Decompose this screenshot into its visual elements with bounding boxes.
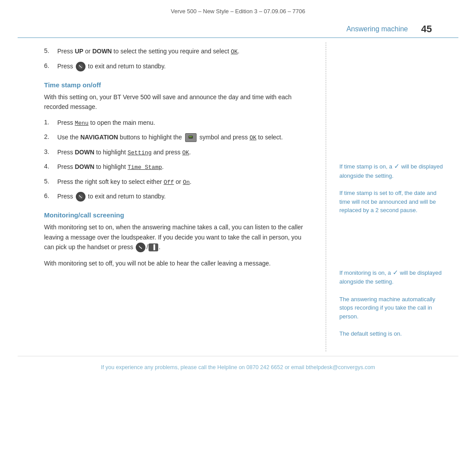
step-text: Press Menu to open the main menu. bbox=[57, 118, 155, 128]
monitoring-description1: With monitoring set to on, when the answ… bbox=[44, 222, 312, 252]
list-item: 6. Press to exit and return to standby. bbox=[44, 192, 312, 202]
page-number: 45 bbox=[421, 23, 432, 35]
list-item: 4. Press DOWN to highlight Time Stamp. bbox=[44, 162, 312, 172]
step-text: Press DOWN to highlight Setting and pres… bbox=[57, 148, 191, 157]
step-text: Press the right soft key to select eithe… bbox=[57, 177, 191, 187]
step-number: 3. bbox=[44, 148, 57, 155]
phone-icon bbox=[76, 62, 86, 71]
monitoring-note-1: If monitoring is on, a ✓ will be display… bbox=[339, 268, 445, 286]
step-number: 6. bbox=[44, 192, 57, 199]
step-number: 2. bbox=[44, 133, 57, 140]
monitoring-note-3: The default setting is on. bbox=[339, 329, 445, 338]
list-item: 5. Press UP or DOWN to select the settin… bbox=[44, 47, 312, 56]
step-number: 1. bbox=[44, 118, 57, 126]
step-number: 5. bbox=[44, 47, 57, 54]
footer-text: If you experience any problems, please c… bbox=[101, 364, 375, 370]
checkmark-icon: ✓ bbox=[394, 162, 400, 170]
page-header: Verve 500 – New Style – Edition 3 – 07.0… bbox=[0, 0, 476, 19]
section-title: Answering machine bbox=[346, 25, 408, 33]
right-column: If time stamp is on, a ✓ will be display… bbox=[326, 42, 458, 351]
list-item: 6. Press to exit and return to standby. bbox=[44, 62, 312, 71]
list-item: 2. Use the NAVIGATION buttons to highlig… bbox=[44, 133, 312, 142]
timestamp-note-1: If time stamp is on, a ✓ will be display… bbox=[339, 161, 445, 180]
step-text: Press to exit and return to standby. bbox=[57, 192, 166, 202]
top-steps: 5. Press UP or DOWN to select the settin… bbox=[44, 47, 312, 71]
monitoring-heading: Monitoring/call screening bbox=[44, 211, 312, 219]
answering-machine-icon: 📟 bbox=[185, 133, 197, 142]
step-text: Press DOWN to highlight Time Stamp. bbox=[57, 162, 164, 172]
step-number: 6. bbox=[44, 62, 57, 69]
list-item: 5. Press the right soft key to select ei… bbox=[44, 177, 312, 187]
footer: If you experience any problems, please c… bbox=[18, 356, 458, 375]
timestamp-description: With this setting on, your BT Verve 500 … bbox=[44, 92, 312, 112]
main-content: 5. Press UP or DOWN to select the settin… bbox=[18, 38, 458, 351]
monitoring-description2: With monitoring set to off, you will not… bbox=[44, 258, 312, 268]
phone-icon bbox=[76, 192, 86, 202]
phone-icon bbox=[136, 243, 145, 252]
step-number: 4. bbox=[44, 162, 57, 170]
document-title: Verve 500 – New Style – Edition 3 – 07.0… bbox=[171, 8, 305, 15]
list-item: 3. Press DOWN to highlight Setting and p… bbox=[44, 148, 312, 157]
speaker-icon: ▐ bbox=[149, 243, 158, 251]
monitoring-note-2: The answering machine automatically stop… bbox=[339, 295, 445, 321]
step-number: 5. bbox=[44, 177, 57, 185]
left-column: 5. Press UP or DOWN to select the settin… bbox=[18, 42, 326, 351]
list-item: 1. Press Menu to open the main menu. bbox=[44, 118, 312, 128]
header-bar: Answering machine 45 bbox=[18, 19, 458, 38]
step-text: Use the NAVIGATION buttons to highlight … bbox=[57, 133, 283, 142]
step-text: Press UP or DOWN to select the setting y… bbox=[57, 47, 239, 56]
timestamp-heading: Time stamp on/off bbox=[44, 81, 312, 89]
timestamp-note-2: If time stamp is set to off, the date an… bbox=[339, 189, 445, 215]
step-text: Press to exit and return to standby. bbox=[57, 62, 166, 71]
timestamp-steps: 1. Press Menu to open the main menu. 2. … bbox=[44, 118, 312, 202]
checkmark-icon: ✓ bbox=[393, 269, 398, 276]
